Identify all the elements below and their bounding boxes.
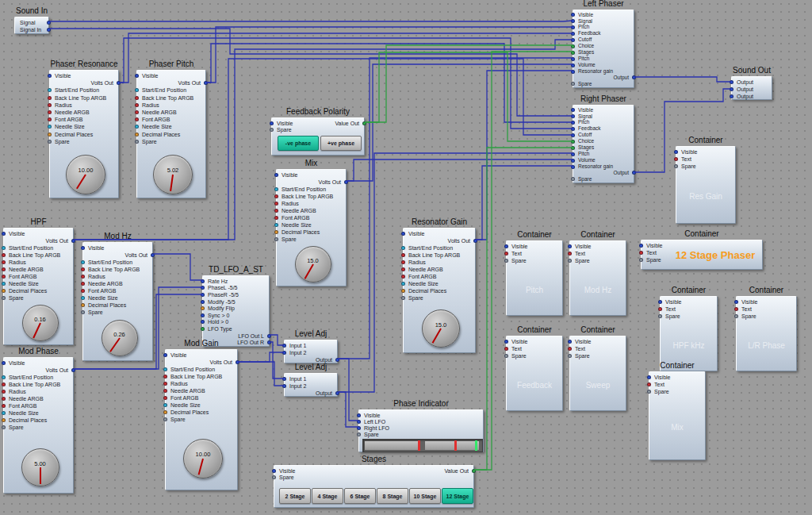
pin-volts-out-dot[interactable] — [236, 360, 239, 364]
pin-output-dot[interactable] — [730, 80, 733, 84]
wire-fbpolarity-left-choice[interactable] — [365, 45, 573, 122]
pin-lfo-type-dot[interactable] — [201, 327, 205, 331]
pin-feedback-dot[interactable] — [571, 127, 575, 131]
pin-sync-0-dot[interactable] — [201, 313, 205, 317]
module-panel-container-hpf-khz[interactable]: VisibleTextSpareHPF kHz — [660, 296, 718, 371]
pin-cutoff-dot[interactable] — [571, 38, 575, 42]
pin-spare-dot[interactable] — [2, 296, 6, 300]
module-panel-hpf[interactable]: VisibleVolts OutStart/End PositionBack L… — [3, 228, 74, 345]
pin-output-dot[interactable] — [632, 171, 636, 175]
pin-visible-dot[interactable] — [734, 300, 738, 304]
module-panel-phaser-pitch[interactable]: VisibleVolts OutStart/End PositionBack L… — [136, 70, 206, 198]
pin-decimal-places-dot[interactable] — [48, 133, 52, 136]
pin-spare-dot[interactable] — [658, 314, 662, 318]
pin-text-dot[interactable] — [674, 157, 678, 161]
pin-font-argb-dot[interactable] — [2, 275, 6, 279]
pin-spare-dot[interactable] — [270, 128, 274, 132]
pin-needle-size-dot[interactable] — [401, 282, 405, 286]
module-panel-stages[interactable]: VisibleValue OutSpare2 Stage4 Stage6 Sta… — [274, 465, 474, 508]
pin-radius-dot[interactable] — [2, 260, 6, 264]
pin-stages-dot[interactable] — [571, 146, 575, 150]
pin-decimal-places-dot[interactable] — [2, 289, 6, 293]
wire-modhz-ratehz[interactable] — [153, 254, 202, 280]
module-panel-resonator-gain[interactable]: VisibleVolts OutStart/End PositionBack L… — [403, 228, 476, 353]
pin-value-out-dot[interactable] — [472, 469, 476, 473]
pin-radius-dot[interactable] — [135, 103, 139, 107]
pin-output-dot[interactable] — [730, 87, 733, 91]
pin-visible-dot[interactable] — [658, 300, 662, 304]
knob-phaser-pitch[interactable]: 5.02 — [153, 155, 193, 194]
wire-lfooutl-leveladj1[interactable] — [270, 335, 284, 345]
knob-mod-hz[interactable]: 0.26 — [102, 320, 138, 356]
wire-mix-left-volume[interactable] — [347, 64, 573, 181]
module-panel-feedback-polarity[interactable]: VisibleValue OutSpare-ve phase+ve phase — [271, 117, 365, 156]
pin-resonator-gain-dot[interactable] — [571, 70, 575, 74]
pin-visible-dot[interactable] — [504, 244, 508, 248]
wire-soundin-right-signal[interactable] — [49, 29, 573, 116]
pin-needle-size-dot[interactable] — [163, 403, 167, 407]
pin-decimal-places-dot[interactable] — [135, 133, 139, 136]
pin-spare-dot[interactable] — [568, 354, 572, 358]
wire-leveladj2-indicator-right[interactable] — [338, 392, 358, 427]
pin-back-line-top-argb-dot[interactable] — [2, 253, 6, 257]
pin-spare-dot[interactable] — [504, 354, 508, 358]
button-ve-phase[interactable]: -ve phase — [278, 136, 319, 151]
button-ve-phase[interactable]: +ve phase — [320, 136, 362, 151]
button-6-stage[interactable]: 6 Stage — [344, 488, 376, 504]
pin-needle-size-dot[interactable] — [2, 282, 6, 286]
pin-needle-argb-dot[interactable] — [274, 209, 278, 213]
wire-soundin-left-signal[interactable] — [49, 21, 573, 21]
pin-decimal-places-dot[interactable] — [163, 410, 167, 414]
pin-start-end-position-dot[interactable] — [135, 88, 139, 92]
pin-spare-dot[interactable] — [674, 164, 678, 168]
wire-pitch-left-pitch[interactable] — [206, 27, 573, 83]
pin-choice-dot[interactable] — [571, 44, 575, 48]
pin-spare-dot[interactable] — [401, 296, 405, 300]
pin-needle-argb-dot[interactable] — [2, 267, 6, 271]
pin-spare-dot[interactable] — [734, 314, 738, 318]
knob-mod-gain[interactable]: 10.00 — [183, 439, 223, 478]
knob-resonator-gain[interactable]: 15.0 — [422, 309, 460, 348]
pin-modify-5-5-dot[interactable] — [201, 300, 205, 304]
module-panel-container-mod-hz[interactable]: VisibleTextSpareMod Hz — [569, 240, 626, 316]
pin-signal-dot[interactable] — [571, 114, 575, 118]
pin-visible-dot[interactable] — [647, 375, 651, 379]
pin-text-dot[interactable] — [504, 347, 508, 351]
pin-spare-dot[interactable] — [272, 475, 276, 479]
module-panel-container-sweep[interactable]: VisibleTextSpareSweep — [569, 336, 626, 411]
pin-font-argb-dot[interactable] — [163, 396, 167, 400]
knob-mod-phase[interactable]: 5.00 — [21, 448, 59, 486]
pin-radius-dot[interactable] — [401, 260, 405, 264]
pin-start-end-position-dot[interactable] — [401, 246, 405, 250]
pin-text-dot[interactable] — [734, 307, 738, 311]
pin-needle-size-dot[interactable] — [2, 411, 6, 415]
pin-needle-argb-dot[interactable] — [163, 389, 167, 393]
module-panel-container-res-gain[interactable]: VisibleTextSpareRes Gain — [676, 146, 736, 224]
pin-spare-dot[interactable] — [504, 259, 508, 263]
pin-spare-dot[interactable] — [274, 237, 278, 241]
pin-needle-size-dot[interactable] — [135, 125, 139, 129]
wire-mix-right-volume[interactable] — [347, 159, 573, 181]
pin-back-line-top-argb-dot[interactable] — [274, 194, 278, 198]
pin-back-line-top-argb-dot[interactable] — [135, 96, 139, 100]
pin-needle-argb-dot[interactable] — [48, 110, 52, 114]
pin-input-2-dot[interactable] — [282, 384, 286, 388]
pin-spare-dot[interactable] — [647, 390, 651, 394]
button-12-stage[interactable]: 12 Stage — [442, 488, 473, 504]
pin-visible-dot[interactable] — [2, 232, 6, 236]
pin-visible-dot[interactable] — [401, 232, 405, 236]
pin-modify-flip-dot[interactable] — [201, 306, 205, 310]
pin-start-end-position-dot[interactable] — [48, 88, 52, 92]
pin-radius-dot[interactable] — [48, 103, 52, 107]
pin-needle-size-dot[interactable] — [274, 223, 278, 227]
module-panel-mod-phase[interactable]: VisibleVolts OutStart/End PositionBack L… — [3, 357, 74, 494]
pin-pitch-dot[interactable] — [571, 57, 575, 61]
pin-spare-dot[interactable] — [568, 259, 572, 263]
pin-signal-dot[interactable] — [571, 19, 575, 23]
pin-text-dot[interactable] — [658, 307, 662, 311]
wire-lfooutr-leveladj2[interactable] — [270, 342, 284, 379]
pin-output-dot[interactable] — [335, 358, 339, 362]
pin-radius-dot[interactable] — [2, 390, 6, 394]
pin-font-argb-dot[interactable] — [135, 117, 139, 121]
module-panel-mod-gain[interactable]: VisibleVolts OutStart/End PositionBack L… — [165, 349, 238, 490]
